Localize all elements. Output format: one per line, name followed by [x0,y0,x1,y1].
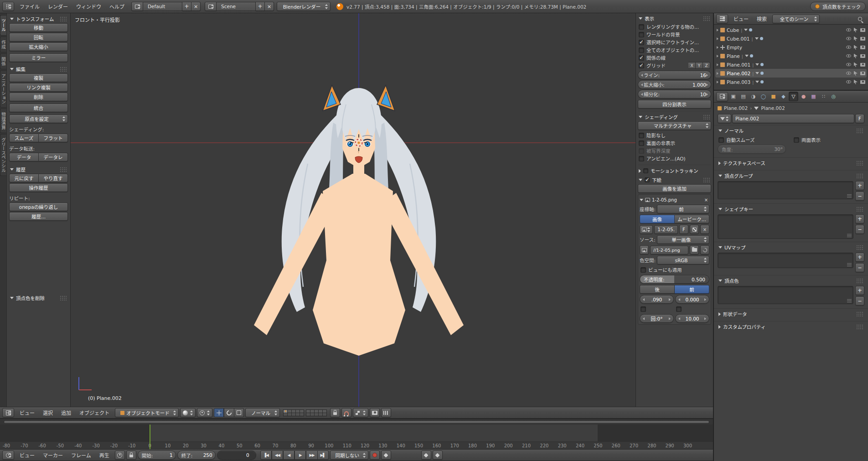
opacity-slider[interactable]: 不透明度:0.500 [640,275,709,284]
transform-tool-button[interactable]: 回転 [9,33,68,41]
layer-group-1[interactable] [283,409,304,416]
outliner-menu-item[interactable]: ビュー [729,14,753,24]
panel-header-transform[interactable]: トランスフォーム [9,15,68,23]
renderability-icon[interactable] [860,46,865,49]
visibility-icon[interactable] [846,63,851,66]
data-transfer-button[interactable]: データ [9,153,39,161]
rotation-field[interactable]: 回:0° [640,314,674,323]
scene-value[interactable]: Scene [217,2,256,11]
size-field[interactable]: 10.00 [675,314,709,323]
end-frame-field[interactable]: 終了:250 [177,451,216,460]
grid-axis-button[interactable]: X [688,62,696,69]
draw-back-button[interactable]: 後 [640,285,675,294]
checkbox[interactable] [643,168,648,173]
transform-tool-button[interactable]: 移動 [9,23,68,32]
set-origin-dropdown[interactable]: 原点を設定 [9,114,68,123]
renderability-icon[interactable] [860,80,865,84]
outliner-item[interactable]: Cube [715,26,867,34]
shading-mode-dropdown[interactable]: マルチテクスチャ [638,121,711,130]
panel-header-uv-maps[interactable]: UVマップ [718,243,864,252]
shading-option[interactable]: 被写界深度 [638,147,711,155]
panel-header-vertex-color-remove[interactable]: 頂点色を削除 [9,294,68,302]
display-option[interactable]: レンダリングする物の... [638,23,711,31]
topbar-menu-item[interactable]: ヘルプ [105,1,129,11]
current-frame-field[interactable]: 0 [217,451,256,460]
panel-header-motion-tracking[interactable]: モーショントラッキン [638,166,711,175]
next-keyframe-button[interactable] [306,451,317,460]
tab-render-layers[interactable] [739,92,748,101]
fake-user-button[interactable]: F [679,225,688,234]
3d-viewport[interactable]: フロント・平行投影 (0) Plane.002 [71,13,636,407]
tab-scene[interactable] [749,92,758,101]
tab-modifiers[interactable] [779,92,788,101]
shade-flat-button[interactable]: フラット [39,134,68,142]
draw-front-button[interactable]: 前 [675,285,709,294]
display-number-field[interactable]: 細分化:10 [638,90,711,98]
outliner-item[interactable]: Plane [715,52,867,60]
fake-user-button[interactable]: F [855,114,864,123]
tab-render[interactable] [728,92,738,101]
panel-header-history[interactable]: 履歴 [9,165,68,174]
open-file-button[interactable] [690,245,699,254]
add-uv-map-button[interactable] [855,253,864,262]
vertex-colors-list[interactable] [718,286,853,304]
previous-keyframe-button[interactable] [272,451,283,460]
image-source-tab[interactable]: 画像 [640,215,675,223]
quad-view-button[interactable]: 四分割表示 [638,100,711,109]
breadcrumb-object[interactable]: Plane.002 [724,105,748,111]
panel-header-edit[interactable]: 編集 [9,65,68,73]
visibility-icon[interactable] [846,46,851,49]
pivot-center-dropdown[interactable] [197,408,212,417]
timeline-editor-type-button[interactable] [2,451,14,460]
info-editor-type-button[interactable] [2,2,14,11]
panel-header-custom-properties[interactable]: カスタムプロパティ [718,322,864,331]
auto-keyframe-button[interactable] [370,451,380,460]
opengl-render-button[interactable] [370,408,380,417]
topbar-menu-item[interactable]: ファイル [16,1,44,11]
snap-toggle-button[interactable] [341,408,351,417]
add-vertex-color-button[interactable] [855,286,864,295]
redo-button[interactable]: やり直す [39,174,68,182]
selectability-icon[interactable] [854,71,858,76]
visibility-icon[interactable] [846,37,851,40]
sync-mode-dropdown[interactable]: 同期しない [330,451,368,460]
disclosure-icon[interactable] [717,81,718,83]
source-dropdown[interactable]: 単一画像 [657,235,709,244]
show-in-view-option[interactable]: ビューにも適用 [640,266,709,274]
viewport-menu-item[interactable]: 選択 [39,408,57,418]
flip-x-option[interactable] [640,305,674,313]
undo-button[interactable]: 元に戻す [9,174,39,182]
display-option[interactable]: 選択時にアウトライン... [638,38,711,46]
orientation-dropdown[interactable]: ノーマル [245,408,280,417]
outliner-display-mode-dropdown[interactable]: 全てのシーン [772,15,820,23]
grid-option[interactable]: グリッド XYZ [638,62,711,69]
image-browse-dropdown[interactable] [640,225,653,234]
data-layout-transfer-button[interactable]: データレ [39,153,68,161]
collapse-triangle-icon[interactable] [640,199,643,201]
timeline-ruler[interactable]: -80-70-60-50-40-30-20-100102030405060708… [0,441,713,449]
unlink-image-button[interactable] [700,225,709,234]
edit-tool-button[interactable]: リンク複製 [9,83,68,92]
remove-shape-key-button[interactable] [855,225,864,234]
mesh-browse-dropdown[interactable] [718,114,731,123]
lock-time-cursor-button[interactable] [126,451,136,460]
repeat-last-button[interactable]: операの繰り返し [9,202,68,211]
axis-dropdown[interactable]: 前 [657,205,709,213]
reload-image-button[interactable] [700,245,709,254]
offset-y-field[interactable]: 0.000 [675,295,709,304]
renderability-icon[interactable] [860,54,865,58]
display-option[interactable]: 関係の線 [638,54,711,62]
join-button[interactable]: 統合 [9,104,68,112]
topbar-menu-item[interactable]: レンダー [44,1,72,11]
jump-to-end-button[interactable] [318,451,329,460]
delete-keyframe-button[interactable] [433,451,443,460]
disclosure-icon[interactable] [717,72,718,75]
auto-smooth-option[interactable]: 自動スムーズ [718,136,789,144]
shading-option[interactable]: アンビエン...(AO) [638,155,711,162]
tool-shelf-tab[interactable]: 物理演算 [0,109,6,133]
visibility-icon[interactable] [846,72,851,75]
grid-axis-button[interactable]: Y [696,62,703,69]
visibility-icon[interactable] [846,28,851,31]
movie-source-tab[interactable]: ムービーク... [675,215,709,223]
tab-physics[interactable] [829,92,838,101]
